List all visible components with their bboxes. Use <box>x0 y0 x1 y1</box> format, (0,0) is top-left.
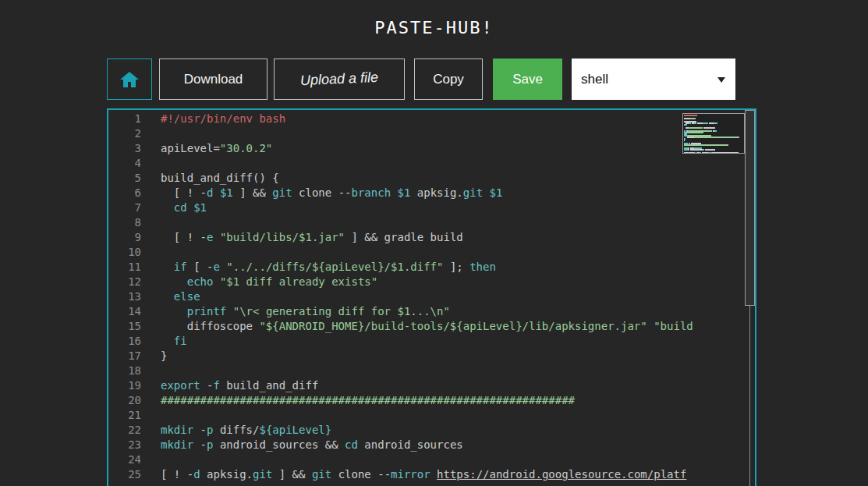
code-line <box>161 364 755 378</box>
line-number: 23 <box>108 438 141 452</box>
scrollbar-thumb[interactable] <box>745 110 755 306</box>
line-number: 11 <box>108 260 141 275</box>
copy-button[interactable]: Copy <box>414 59 483 100</box>
line-number: 24 <box>108 452 141 467</box>
line-number: 13 <box>108 289 141 304</box>
line-number: 9 <box>108 230 141 245</box>
code-line <box>161 215 755 230</box>
code-line: else <box>161 289 755 304</box>
save-button[interactable]: Save <box>493 59 562 100</box>
line-number: 22 <box>108 423 141 438</box>
line-number: 18 <box>108 364 141 378</box>
copy-button-label: Copy <box>433 72 464 87</box>
line-number: 6 <box>108 186 141 200</box>
code-line: echo "$1 diff already exists" <box>161 275 755 289</box>
editor-gutter: 1234567891011121314151617181920212223242… <box>108 110 149 486</box>
language-select-wrap: shell <box>572 59 735 100</box>
code-line <box>161 245 755 260</box>
code-line: mkdir -p android_sources && cd android_s… <box>161 438 755 452</box>
home-button[interactable] <box>107 59 152 100</box>
editor-scrollbar[interactable] <box>745 110 755 486</box>
line-number: 5 <box>108 171 141 186</box>
language-select[interactable]: shell <box>572 59 735 100</box>
line-number: 17 <box>108 349 141 364</box>
line-number: 16 <box>108 334 141 349</box>
code-line <box>161 408 755 423</box>
code-line <box>161 126 755 141</box>
line-number: 8 <box>108 215 141 230</box>
code-line: if [ -e "../../diffs/${apiLevel}/$1.diff… <box>161 260 755 275</box>
code-line <box>161 452 755 467</box>
code-line: cd $1 <box>161 200 755 215</box>
page-title: PASTE-HUB! <box>0 18 868 37</box>
upload-file-button-label: Upload a file <box>300 69 379 89</box>
code-line: build_and_diff() { <box>161 171 755 186</box>
line-number: 15 <box>108 319 141 334</box>
download-button[interactable]: Download <box>159 59 267 100</box>
download-button-label: Download <box>184 72 243 87</box>
line-number: 4 <box>108 156 141 171</box>
line-number: 12 <box>108 275 141 289</box>
code-lines[interactable]: #!/usr/bin/env bash apiLevel="30.0.2" bu… <box>149 110 755 486</box>
code-editor[interactable]: 1234567891011121314151617181920212223242… <box>107 108 756 486</box>
line-number: 21 <box>108 408 141 423</box>
code-line: mkdir -p diffs/${apiLevel} <box>161 423 755 438</box>
home-icon <box>119 71 140 88</box>
minimap[interactable] <box>682 113 745 154</box>
code-line: [ ! -e "build/libs/$1.jar" ] && gradle b… <box>161 230 755 245</box>
line-number: 2 <box>108 126 141 141</box>
line-number: 1 <box>108 112 141 126</box>
code-line: } <box>161 349 755 364</box>
code-line: printf "\r< generating diff for $1...\n" <box>161 304 755 319</box>
code-line: export -f build_and_diff <box>161 378 755 393</box>
line-number: 14 <box>108 304 141 319</box>
code-line <box>161 156 755 171</box>
code-line: apiLevel="30.0.2" <box>161 141 755 156</box>
code-line: ########################################… <box>161 393 755 408</box>
line-number: 25 <box>108 467 141 482</box>
toolbar: Download Upload a file Copy Save shell <box>107 59 868 100</box>
code-line: [ ! -d $1 ] && git clone --branch $1 apk… <box>161 186 755 200</box>
code-line: [ ! -d apksig.git ] && git clone --mirro… <box>161 467 755 482</box>
line-number: 20 <box>108 393 141 408</box>
line-number: 7 <box>108 200 141 215</box>
save-button-label: Save <box>512 72 543 87</box>
line-number: 19 <box>108 378 141 393</box>
line-number: 3 <box>108 141 141 156</box>
line-number: 10 <box>108 245 141 260</box>
upload-file-button[interactable]: Upload a file <box>274 59 405 100</box>
code-line: diffoscope "${ANDROID_HOME}/build-tools/… <box>161 319 755 334</box>
code-line: fi <box>161 334 755 349</box>
code-line: #!/usr/bin/env bash <box>161 112 755 126</box>
